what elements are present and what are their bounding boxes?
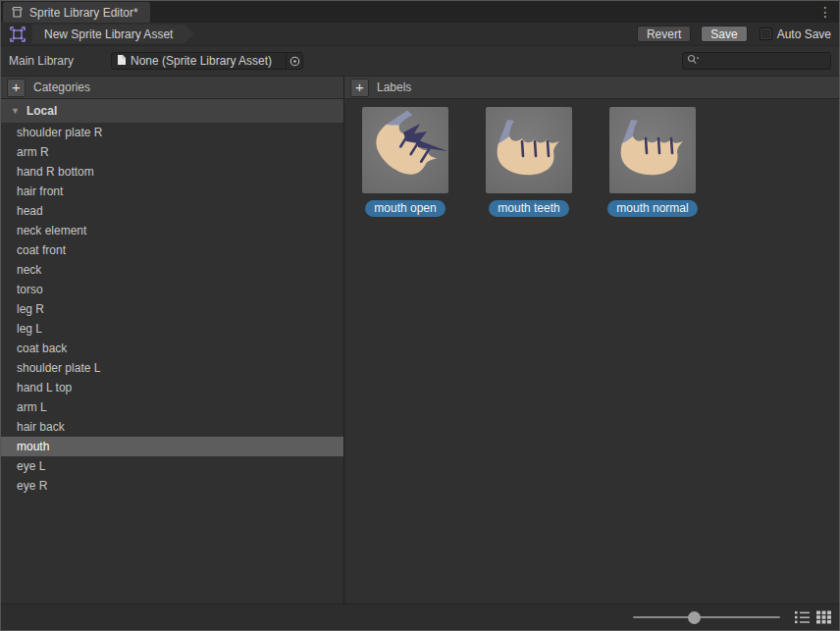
footer-bar (1, 604, 839, 630)
categories-header: + Categories (1, 77, 344, 98)
sprite-thumbnail-open[interactable] (362, 107, 448, 193)
add-label-button[interactable]: + (350, 79, 369, 97)
sprite-library-editor-icon (11, 6, 24, 19)
list-view-icon[interactable] (794, 609, 810, 625)
grid-view-icon[interactable] (815, 609, 831, 625)
category-item[interactable]: hair back (1, 417, 343, 437)
local-foldout[interactable]: ▼ Local (1, 99, 343, 123)
labels-header-label: Labels (377, 80, 411, 94)
category-item[interactable]: eye R (1, 476, 343, 496)
foldout-triangle-icon: ▼ (11, 106, 20, 116)
content-area: ▼ Local shoulder plate Rarm Rhand R bott… (1, 99, 839, 604)
label-name-pill[interactable]: mouth normal (607, 200, 697, 217)
auto-save-checkbox[interactable] (760, 27, 772, 40)
category-item[interactable]: arm L (1, 397, 343, 417)
label-name-pill[interactable]: mouth open (365, 200, 445, 217)
category-item[interactable]: hand R bottom (1, 162, 343, 182)
categories-header-label: Categories (33, 80, 90, 94)
category-item[interactable]: arm R (1, 142, 343, 162)
breadcrumb-new-sprite-library-asset[interactable]: New Sprite Library Asset (32, 25, 194, 44)
toolbar: New Sprite Library Asset Revert Save Aut… (1, 23, 839, 46)
breadcrumb-label: New Sprite Library Asset (44, 27, 173, 41)
asset-file-icon (117, 54, 127, 69)
slider-handle[interactable] (688, 611, 701, 624)
revert-button[interactable]: Revert (637, 26, 691, 42)
label-cell: mouth normal (609, 107, 696, 217)
window-menu-button[interactable]: ⋮ (817, 3, 833, 21)
labels-panel: mouth openmouth teethmouth normal (344, 99, 839, 604)
label-cell: mouth teeth (486, 107, 572, 217)
tab-title: Sprite Library Editor* (29, 6, 138, 20)
labels-header: + Labels (344, 77, 839, 98)
category-item[interactable]: hair front (1, 182, 343, 201)
search-field[interactable] (682, 52, 831, 70)
category-item[interactable]: hand L top (1, 378, 343, 397)
search-icon (687, 54, 700, 69)
object-field-value: None (Sprite Library Asset) (131, 54, 282, 68)
category-item[interactable]: neck (1, 260, 343, 280)
auto-save-label: Auto Save (777, 27, 831, 41)
category-item[interactable]: neck element (1, 221, 343, 240)
slider-track (633, 616, 780, 618)
main-library-object-field[interactable]: None (Sprite Library Asset) (111, 52, 303, 70)
panel-headers: + Categories + Labels (1, 76, 839, 99)
category-item[interactable]: shoulder plate L (1, 358, 343, 378)
sprite-thumbnail-teeth[interactable] (486, 107, 572, 193)
label-name-pill[interactable]: mouth teeth (489, 200, 568, 217)
add-category-button[interactable]: + (7, 79, 26, 97)
tab-sprite-library-editor[interactable]: Sprite Library Editor* (3, 2, 150, 23)
local-group-label: Local (26, 104, 57, 118)
category-item[interactable]: leg L (1, 319, 343, 339)
sprite-thumbnail-normal[interactable] (609, 107, 696, 193)
main-library-label: Main Library (9, 54, 111, 68)
category-list: shoulder plate Rarm Rhand R bottomhair f… (1, 123, 343, 496)
category-item[interactable]: coat front (1, 240, 343, 260)
category-item[interactable]: coat back (1, 339, 343, 358)
sprite-library-asset-icon (9, 26, 26, 43)
label-cell: mouth open (362, 107, 448, 217)
category-item[interactable]: shoulder plate R (1, 123, 343, 142)
category-item[interactable]: head (1, 201, 343, 221)
main-library-row: Main Library None (Sprite Library Asset) (1, 46, 839, 76)
sprite-library-editor-window: Sprite Library Editor* ⋮ New Sprite Libr… (0, 0, 840, 631)
save-button[interactable]: Save (701, 26, 747, 42)
thumbnail-size-slider[interactable] (633, 610, 780, 624)
category-item[interactable]: eye L (1, 456, 343, 476)
object-picker-icon[interactable] (286, 53, 302, 69)
category-item[interactable]: torso (1, 280, 343, 299)
categories-panel: ▼ Local shoulder plate Rarm Rhand R bott… (1, 99, 344, 604)
category-item[interactable]: leg R (1, 299, 343, 319)
tab-strip: Sprite Library Editor* ⋮ (1, 1, 839, 23)
search-input[interactable] (702, 54, 826, 68)
category-item[interactable]: mouth (1, 437, 343, 456)
